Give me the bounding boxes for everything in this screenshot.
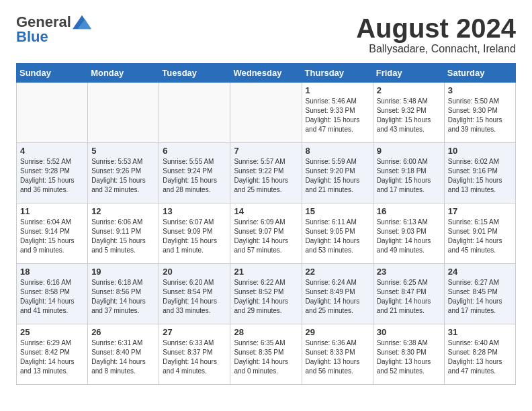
calendar-cell: 16Sunrise: 6:13 AM Sunset: 9:03 PM Dayli… xyxy=(373,203,444,264)
calendar-cell: 5Sunrise: 5:53 AM Sunset: 9:26 PM Daylig… xyxy=(88,143,159,203)
calendar-cell: 15Sunrise: 6:11 AM Sunset: 9:05 PM Dayli… xyxy=(302,203,373,264)
calendar-cell: 23Sunrise: 6:25 AM Sunset: 8:47 PM Dayli… xyxy=(373,264,444,324)
day-info: Sunrise: 5:57 AM Sunset: 9:22 PM Dayligh… xyxy=(234,157,298,195)
day-info: Sunrise: 6:31 AM Sunset: 8:40 PM Dayligh… xyxy=(91,338,155,376)
day-number: 9 xyxy=(377,146,441,156)
day-info: Sunrise: 6:00 AM Sunset: 9:18 PM Dayligh… xyxy=(377,157,441,195)
location: Ballysadare, Connacht, Ireland xyxy=(356,43,516,55)
calendar-week-row: 18Sunrise: 6:16 AM Sunset: 8:58 PM Dayli… xyxy=(17,264,516,324)
calendar-cell: 28Sunrise: 6:35 AM Sunset: 8:35 PM Dayli… xyxy=(230,324,302,385)
day-number: 14 xyxy=(234,206,298,216)
day-number: 25 xyxy=(20,327,84,337)
day-number: 31 xyxy=(448,327,512,337)
calendar-cell: 21Sunrise: 6:22 AM Sunset: 8:52 PM Dayli… xyxy=(230,264,302,324)
calendar-cell: 7Sunrise: 5:57 AM Sunset: 9:22 PM Daylig… xyxy=(230,143,302,203)
day-info: Sunrise: 5:50 AM Sunset: 9:30 PM Dayligh… xyxy=(448,97,512,134)
column-header-wednesday: Wednesday xyxy=(230,64,302,83)
calendar-cell: 22Sunrise: 6:24 AM Sunset: 8:49 PM Dayli… xyxy=(302,264,373,324)
day-number: 30 xyxy=(377,327,441,337)
day-info: Sunrise: 6:16 AM Sunset: 8:58 PM Dayligh… xyxy=(20,278,84,316)
day-number: 19 xyxy=(91,267,155,277)
column-header-friday: Friday xyxy=(373,64,444,83)
calendar-cell: 17Sunrise: 6:15 AM Sunset: 9:01 PM Dayli… xyxy=(444,203,515,264)
calendar-cell: 25Sunrise: 6:29 AM Sunset: 8:42 PM Dayli… xyxy=(17,324,88,385)
day-number: 26 xyxy=(91,327,155,337)
calendar-cell: 14Sunrise: 6:09 AM Sunset: 9:07 PM Dayli… xyxy=(230,203,302,264)
calendar-cell xyxy=(17,83,88,143)
calendar-cell: 13Sunrise: 6:07 AM Sunset: 9:09 PM Dayli… xyxy=(159,203,230,264)
calendar-cell xyxy=(230,83,302,143)
day-number: 28 xyxy=(234,327,298,337)
calendar-cell: 29Sunrise: 6:36 AM Sunset: 8:33 PM Dayli… xyxy=(302,324,373,385)
day-info: Sunrise: 6:35 AM Sunset: 8:35 PM Dayligh… xyxy=(234,338,298,376)
calendar-cell: 20Sunrise: 6:20 AM Sunset: 8:54 PM Dayli… xyxy=(159,264,230,324)
day-info: Sunrise: 6:07 AM Sunset: 9:09 PM Dayligh… xyxy=(163,218,226,255)
day-number: 4 xyxy=(20,146,84,156)
logo: General Blue xyxy=(16,13,91,46)
calendar-week-row: 25Sunrise: 6:29 AM Sunset: 8:42 PM Dayli… xyxy=(17,324,516,385)
day-info: Sunrise: 5:52 AM Sunset: 9:28 PM Dayligh… xyxy=(20,157,84,195)
day-number: 21 xyxy=(234,267,298,277)
calendar-cell xyxy=(88,83,159,143)
calendar-cell xyxy=(159,83,230,143)
day-number: 7 xyxy=(234,146,298,156)
day-info: Sunrise: 6:38 AM Sunset: 8:30 PM Dayligh… xyxy=(377,338,441,376)
calendar-cell: 10Sunrise: 6:02 AM Sunset: 9:16 PM Dayli… xyxy=(444,143,515,203)
day-number: 18 xyxy=(20,267,84,277)
day-info: Sunrise: 6:25 AM Sunset: 8:47 PM Dayligh… xyxy=(377,278,441,316)
day-info: Sunrise: 6:33 AM Sunset: 8:37 PM Dayligh… xyxy=(163,338,226,376)
day-number: 5 xyxy=(91,146,155,156)
calendar-cell: 6Sunrise: 5:55 AM Sunset: 9:24 PM Daylig… xyxy=(159,143,230,203)
day-number: 27 xyxy=(163,327,226,337)
calendar-cell: 3Sunrise: 5:50 AM Sunset: 9:30 PM Daylig… xyxy=(444,83,515,143)
day-number: 13 xyxy=(163,206,226,216)
logo-icon xyxy=(73,15,91,30)
day-info: Sunrise: 6:02 AM Sunset: 9:16 PM Dayligh… xyxy=(448,157,512,195)
calendar-cell: 12Sunrise: 6:06 AM Sunset: 9:11 PM Dayli… xyxy=(88,203,159,264)
day-info: Sunrise: 6:36 AM Sunset: 8:33 PM Dayligh… xyxy=(306,338,369,376)
calendar-cell: 9Sunrise: 6:00 AM Sunset: 9:18 PM Daylig… xyxy=(373,143,444,203)
day-info: Sunrise: 6:04 AM Sunset: 9:14 PM Dayligh… xyxy=(20,218,84,255)
day-number: 11 xyxy=(20,206,84,216)
calendar-cell: 19Sunrise: 6:18 AM Sunset: 8:56 PM Dayli… xyxy=(88,264,159,324)
column-header-tuesday: Tuesday xyxy=(159,64,230,83)
calendar-table: SundayMondayTuesdayWednesdayThursdayFrid… xyxy=(16,63,516,385)
calendar-cell: 11Sunrise: 6:04 AM Sunset: 9:14 PM Dayli… xyxy=(17,203,88,264)
column-header-thursday: Thursday xyxy=(302,64,373,83)
day-number: 17 xyxy=(448,206,512,216)
day-number: 10 xyxy=(448,146,512,156)
day-number: 16 xyxy=(377,206,441,216)
day-info: Sunrise: 6:09 AM Sunset: 9:07 PM Dayligh… xyxy=(234,218,298,255)
day-number: 3 xyxy=(448,85,512,95)
day-number: 12 xyxy=(91,206,155,216)
calendar-header-row: SundayMondayTuesdayWednesdayThursdayFrid… xyxy=(17,64,516,83)
calendar-week-row: 4Sunrise: 5:52 AM Sunset: 9:28 PM Daylig… xyxy=(17,143,516,203)
day-number: 6 xyxy=(163,146,226,156)
calendar-cell: 24Sunrise: 6:27 AM Sunset: 8:45 PM Dayli… xyxy=(444,264,515,324)
calendar-week-row: 1Sunrise: 5:46 AM Sunset: 9:33 PM Daylig… xyxy=(17,83,516,143)
calendar-cell: 2Sunrise: 5:48 AM Sunset: 9:32 PM Daylig… xyxy=(373,83,444,143)
day-info: Sunrise: 6:40 AM Sunset: 8:28 PM Dayligh… xyxy=(448,338,512,376)
calendar-cell: 18Sunrise: 6:16 AM Sunset: 8:58 PM Dayli… xyxy=(17,264,88,324)
logo-blue: Blue xyxy=(16,28,48,46)
day-number: 20 xyxy=(163,267,226,277)
page: General Blue August 2024 Ballysadare, Co… xyxy=(0,0,532,396)
day-info: Sunrise: 5:53 AM Sunset: 9:26 PM Dayligh… xyxy=(91,157,155,195)
day-info: Sunrise: 6:18 AM Sunset: 8:56 PM Dayligh… xyxy=(91,278,155,316)
day-number: 1 xyxy=(306,85,369,95)
day-number: 29 xyxy=(306,327,369,337)
day-number: 8 xyxy=(306,146,369,156)
calendar-cell: 4Sunrise: 5:52 AM Sunset: 9:28 PM Daylig… xyxy=(17,143,88,203)
day-info: Sunrise: 5:55 AM Sunset: 9:24 PM Dayligh… xyxy=(163,157,226,195)
column-header-sunday: Sunday xyxy=(17,64,88,83)
day-info: Sunrise: 6:24 AM Sunset: 8:49 PM Dayligh… xyxy=(306,278,369,316)
header: General Blue August 2024 Ballysadare, Co… xyxy=(16,13,516,55)
day-info: Sunrise: 5:46 AM Sunset: 9:33 PM Dayligh… xyxy=(306,97,369,134)
day-info: Sunrise: 6:13 AM Sunset: 9:03 PM Dayligh… xyxy=(377,218,441,255)
day-info: Sunrise: 6:29 AM Sunset: 8:42 PM Dayligh… xyxy=(20,338,84,376)
calendar-cell: 26Sunrise: 6:31 AM Sunset: 8:40 PM Dayli… xyxy=(88,324,159,385)
day-info: Sunrise: 6:15 AM Sunset: 9:01 PM Dayligh… xyxy=(448,218,512,255)
day-number: 15 xyxy=(306,206,369,216)
column-header-monday: Monday xyxy=(88,64,159,83)
day-info: Sunrise: 6:11 AM Sunset: 9:05 PM Dayligh… xyxy=(306,218,369,255)
